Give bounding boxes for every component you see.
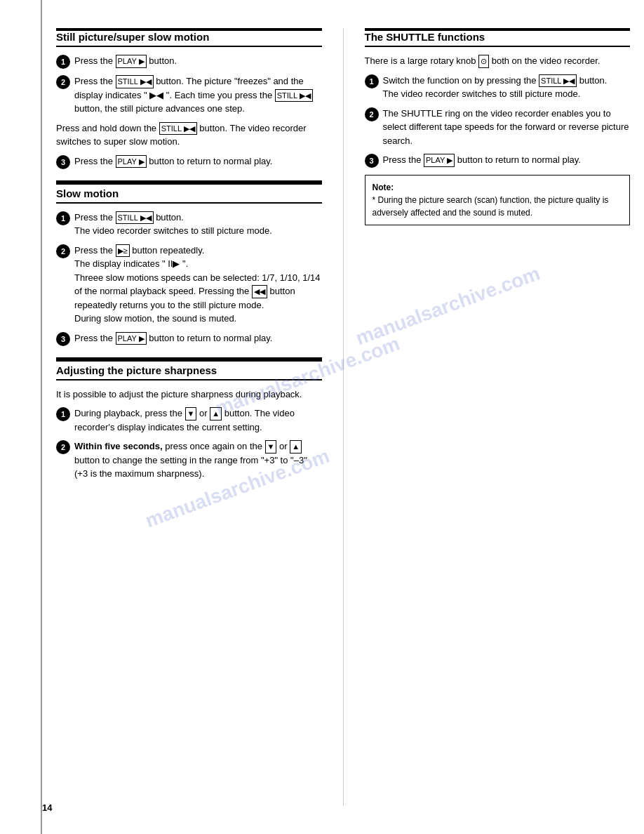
step-content-2: Press the STILL ▶◀ button. The picture "…: [74, 74, 322, 116]
step-num-1: 1: [56, 55, 70, 69]
left-border: [0, 0, 42, 834]
page: Still picture/super slow motion 1 Press …: [0, 0, 644, 834]
still-btn-slow: STILL ▶◀: [116, 211, 154, 225]
still-paragraph: Press and hold down the STILL ▶◀ button.…: [56, 121, 322, 149]
step-sharp-2: 2 Within five seconds, press once again …: [56, 439, 322, 481]
step-slow-num-2: 2: [56, 244, 70, 258]
note-title: Note:: [373, 183, 394, 192]
play-btn-shuttle-kbd: PLAY ▶: [424, 154, 455, 167]
step-content-3: Press the PLAY ▶ button to return to nor…: [74, 154, 322, 168]
step-shuttle-num-3: 3: [365, 154, 379, 168]
step-still-1: 1 Press the PLAY ▶ button.: [56, 54, 322, 69]
note-box: Note: * During the picture search (scan)…: [365, 175, 631, 225]
up-btn-kbd2: ▲: [290, 440, 302, 454]
step-slow-content-3: Press the PLAY ▶ button to return to nor…: [74, 331, 322, 345]
still-button-kbd: STILL ▶◀: [116, 75, 154, 88]
note-text: * During the picture search (scan) funct…: [373, 195, 609, 218]
sharpness-intro: It is possible to adjust the picture sha…: [56, 388, 322, 402]
play-button-kbd3: PLAY ▶: [116, 155, 147, 168]
section-sharpness-title: Adjusting the picture sharpness: [56, 359, 322, 380]
section-still-picture: Still picture/super slow motion 1 Press …: [56, 31, 322, 169]
section-still-title: Still picture/super slow motion: [56, 31, 322, 47]
still-btn-shuttle: STILL ▶◀: [539, 74, 577, 88]
step-slow-content-1: Press the STILL ▶◀ button. The video rec…: [74, 211, 322, 238]
step-shuttle-content-1: Switch the function on by pressing the S…: [383, 74, 631, 101]
step-num-3: 3: [56, 155, 70, 169]
step-shuttle-content-2: The SHUTTLE ring on the video recorder e…: [383, 107, 631, 148]
step-slow-2: 2 Press the ▶≥ button repeatedly. The di…: [56, 244, 322, 326]
section-shuttle: The SHUTTLE functions There is a large r…: [365, 31, 631, 225]
play-btn-slow-kbd: PLAY ▶: [116, 332, 147, 345]
step-content-1: Press the PLAY ▶ button.: [74, 54, 322, 68]
within-five-bold: Within five seconds,: [74, 441, 163, 451]
play-button-kbd: PLAY ▶: [116, 55, 147, 68]
down-btn-kbd2: ▼: [265, 440, 277, 454]
shuttle-intro: There is a large rotary knob ⊙ both on t…: [365, 54, 631, 68]
step-sharp-1: 1 During playback, press the ▼ or ▲ butt…: [56, 406, 322, 434]
step-num-2: 2: [56, 75, 70, 89]
fwd-btn-kbd: ▶≥: [116, 244, 130, 258]
step-still-3: 3 Press the PLAY ▶ button to return to n…: [56, 154, 322, 169]
step-slow-content-2: Press the ▶≥ button repeatedly. The disp…: [74, 244, 322, 326]
step-sharp-num-2: 2: [56, 440, 70, 454]
still-button-hold-kbd: STILL ▶◀: [159, 122, 197, 135]
right-column: The SHUTTLE functions There is a large r…: [344, 28, 631, 806]
step-slow-1: 1 Press the STILL ▶◀ button. The video r…: [56, 211, 322, 238]
step-shuttle-1: 1 Switch the function on by pressing the…: [365, 74, 631, 101]
step-sharp-content-2: Within five seconds, press once again on…: [74, 439, 322, 481]
still-button-kbd2: STILL ▶◀: [275, 89, 313, 102]
step-slow-num-3: 3: [56, 332, 70, 346]
step-still-2: 2 Press the STILL ▶◀ button. The picture…: [56, 74, 322, 116]
step-shuttle-3: 3 Press the PLAY ▶ button to return to n…: [365, 153, 631, 168]
left-column: Still picture/super slow motion 1 Press …: [56, 28, 344, 806]
up-btn-kbd: ▲: [210, 407, 222, 421]
rev-btn-kbd: ◀◀: [252, 285, 267, 298]
step-shuttle-2: 2 The SHUTTLE ring on the video recorder…: [365, 107, 631, 148]
knob-kbd: ⊙: [478, 55, 489, 68]
page-number: 14: [42, 802, 52, 813]
content: Still picture/super slow motion 1 Press …: [42, 0, 644, 834]
section-slow-motion: Slow motion 1 Press the STILL ▶◀ button.…: [56, 180, 322, 346]
step-slow-num-1: 1: [56, 211, 70, 225]
section-shuttle-title: The SHUTTLE functions: [365, 31, 631, 47]
step-shuttle-num-1: 1: [365, 74, 379, 88]
step-shuttle-num-2: 2: [365, 107, 379, 121]
step-shuttle-content-3: Press the PLAY ▶ button to return to nor…: [383, 153, 631, 167]
step-slow-3: 3 Press the PLAY ▶ button to return to n…: [56, 331, 322, 346]
section-slow-title: Slow motion: [56, 183, 322, 204]
step-sharp-content-1: During playback, press the ▼ or ▲ button…: [74, 406, 322, 434]
step-sharp-num-1: 1: [56, 407, 70, 421]
down-btn-kbd: ▼: [185, 407, 197, 421]
section-sharpness: Adjusting the picture sharpness It is po…: [56, 357, 322, 481]
